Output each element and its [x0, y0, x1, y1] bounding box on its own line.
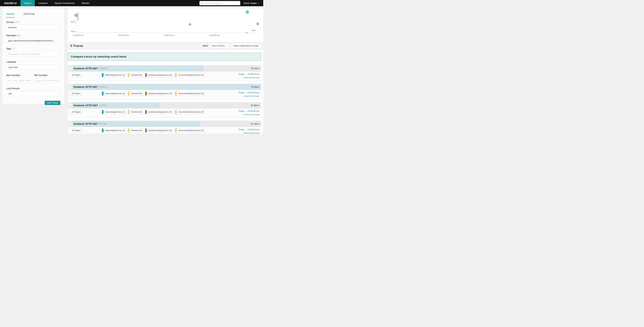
trace-relative-time: a few seconds ago	[238, 95, 260, 97]
x-tick-label: 10:08:30 pm	[73, 34, 84, 36]
operation-field-group: Operation (8) grpc.hipstershop.Recommend…	[6, 34, 60, 43]
help-icon[interactable]: ?	[12, 48, 15, 50]
trace-id: 7876e26	[99, 67, 107, 70]
trace-operation-name: frontend: HTTP GET	[74, 104, 98, 107]
compare-traces-banner: Compare traces by selecting result items	[68, 52, 261, 61]
service-chip-label: featureflagservice (4)	[104, 92, 126, 95]
nav-tab-compare[interactable]: Compare	[35, 0, 51, 6]
y-tick-label: 60ms	[69, 21, 76, 23]
trace-timestamp: Today|10:08:48 pm a few seconds ago	[238, 91, 260, 97]
trace-result-row[interactable]: frontend: HTTP GET 7876e26 55.53ms 18 Sp…	[68, 65, 261, 81]
service-field-group: Service (14) frontend ∨	[6, 21, 60, 30]
trace-id: 01d7f9b	[99, 104, 106, 106]
trace-day-link[interactable]: Today	[238, 73, 244, 75]
about-jaeger-menu[interactable]: About Jaeger ∨	[244, 2, 259, 4]
search-icon	[201, 2, 202, 4]
lookback-label: Lookback	[6, 60, 60, 63]
span-count-chip: 15 Spans	[70, 110, 82, 114]
panel-tab-json-file[interactable]: JSON File	[23, 10, 35, 18]
trace-scatter-point[interactable]	[246, 32, 248, 34]
max-duration-input[interactable]	[8, 79, 30, 82]
operation-label: Operation (8)	[6, 34, 60, 37]
trace-timestamp: Today|10:08:48 pm a few seconds ago	[238, 110, 260, 116]
trace-row-header: frontend: HTTP GET ae8341d 79.94ms	[68, 84, 261, 90]
trace-select-checkbox[interactable]	[69, 86, 72, 88]
service-color-swatch	[128, 92, 130, 95]
nav-tab-system-architecture[interactable]: System Architecture	[51, 0, 78, 6]
deep-dependency-graph-button[interactable]: Deep Dependency Graph	[231, 43, 261, 48]
max-duration-input-wrap	[6, 78, 32, 83]
trace-result-row[interactable]: frontend: HTTP GET ae8341d 79.94ms 20 Sp…	[68, 84, 261, 99]
lookback-select[interactable]: Last Hour ∨	[6, 65, 60, 70]
tags-input[interactable]	[8, 53, 58, 55]
x-tick-mark	[124, 32, 124, 34]
trace-scatter-point[interactable]	[256, 22, 259, 25]
service-label: Service (14)	[6, 21, 60, 24]
trace-select-checkbox[interactable]	[69, 67, 72, 70]
trace-scatter-point[interactable]	[189, 23, 191, 26]
x-tick-mark	[169, 32, 169, 34]
service-chip-label: frontend (6)	[130, 92, 144, 95]
trace-time-link[interactable]: 10:08:48 pm	[247, 110, 260, 112]
search-form-panel: SearchJSON File Service (14) frontend ∨ …	[2, 8, 65, 104]
limit-results-input-wrap	[6, 91, 60, 96]
trace-lookup-box[interactable]	[200, 1, 240, 5]
service-chip-featureflagservice: featureflagservice (4)	[102, 128, 126, 132]
service-select[interactable]: frontend ∨	[6, 25, 60, 30]
trace-result-row[interactable]: frontend: HTTP GET 01d7f9b 36.98ms 15 Sp…	[68, 102, 261, 118]
trace-operation-name: frontend: HTTP GET	[74, 122, 98, 125]
top-nav-bar: JAEGER UI SearchCompareSystem Architectu…	[0, 0, 263, 6]
trace-time-link[interactable]: 10:08:49 pm	[247, 73, 260, 75]
trace-day-link[interactable]: Today	[238, 128, 244, 131]
sort-select[interactable]: Most Recent ∨	[210, 43, 229, 48]
span-count-chip: 20 Spans	[70, 92, 82, 96]
trace-duration-value: 79.94ms	[251, 84, 260, 90]
service-chip-frontend: frontend (6)	[128, 128, 144, 132]
trace-row-header: frontend: HTTP GET 01d7f9b 36.98ms	[68, 102, 261, 108]
trace-select-checkbox[interactable]	[69, 122, 72, 125]
lookback-field-group: Lookback Last Hour ∨	[6, 60, 60, 70]
panel-tab-search[interactable]: Search	[6, 10, 14, 18]
max-duration-label: Max Duration	[6, 74, 32, 76]
service-chip-label: productcatalogservice (6)	[147, 92, 174, 95]
service-chip-frontend: frontend (6)	[128, 73, 144, 77]
service-chips: featureflagservice (2)frontend (6)produc…	[102, 110, 206, 114]
trace-timestamp: Today|10:08:42 pm a few seconds ago	[238, 128, 260, 134]
find-traces-button[interactable]: Find Traces	[45, 101, 60, 105]
trace-time-link[interactable]: 10:08:42 pm	[247, 128, 260, 131]
trace-time-link[interactable]: 10:08:48 pm	[247, 91, 260, 94]
sort-label: Sort:	[203, 44, 208, 47]
operation-select[interactable]: grpc.hipstershop.RecommendationService/L…	[6, 38, 60, 43]
trace-result-row[interactable]: frontend: HTTP GET f5e7783 54.18ms 18 Sp…	[68, 121, 261, 134]
service-chip-label: featureflagservice (4)	[104, 73, 126, 77]
service-color-swatch	[145, 110, 147, 114]
trace-day-link[interactable]: Today	[238, 110, 244, 112]
nav-tabs: SearchCompareSystem ArchitectureMonitor	[20, 0, 93, 6]
duration-fields-group: Max Duration Min Duration	[6, 74, 60, 83]
timestamp-separator: |	[246, 128, 246, 131]
service-value: frontend	[8, 26, 16, 29]
timestamp-separator: |	[246, 110, 246, 112]
trace-scatter-point[interactable]	[246, 10, 249, 14]
chevron-down-icon: ∨	[226, 45, 228, 46]
y-tick-label: 40ms	[69, 30, 76, 32]
trace-title: frontend: HTTP GET f5e7783	[74, 121, 106, 126]
trace-select-checkbox[interactable]	[69, 104, 72, 106]
trace-lookup-input[interactable]	[204, 2, 239, 4]
service-chip-recommendationservice: recommendationservice (3)	[175, 73, 205, 77]
trace-row-body: 15 Spans featureflagservice (2)frontend …	[68, 108, 261, 118]
nav-tab-monitor[interactable]: Monitor	[78, 0, 93, 6]
trace-day-link[interactable]: Today	[238, 91, 244, 94]
trace-relative-time: a few seconds ago	[238, 76, 260, 78]
service-color-swatch	[128, 73, 130, 77]
results-header-band: 5 Traces Sort: Most Recent ∨ Deep Depend…	[68, 42, 263, 49]
min-duration-input[interactable]	[36, 79, 58, 82]
service-color-swatch	[128, 110, 130, 114]
limit-results-input[interactable]	[8, 92, 58, 95]
service-color-swatch	[102, 128, 104, 132]
trace-title: frontend: HTTP GET 01d7f9b	[74, 102, 106, 108]
app-brand[interactable]: JAEGER UI	[0, 0, 20, 6]
nav-tab-search[interactable]: Search	[20, 0, 35, 6]
service-color-swatch	[175, 128, 177, 132]
chevron-down-icon: ∨	[58, 40, 59, 42]
